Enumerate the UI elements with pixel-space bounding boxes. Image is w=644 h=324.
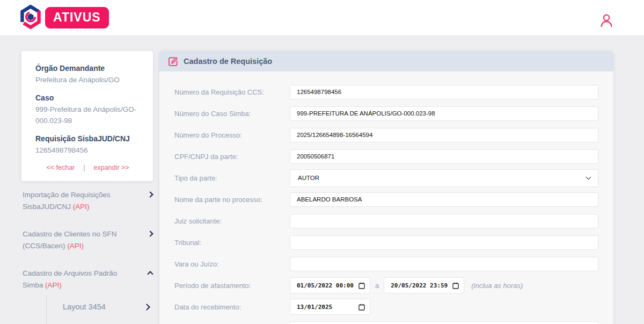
section-title: Requisição SisbaJUD/CNJ xyxy=(35,134,140,143)
form-row: CPF/CNPJ da parte: xyxy=(174,146,598,167)
datetime-value: 01/05/2022 00:00 xyxy=(297,282,354,289)
sidebar-subitem-layout-3454[interactable]: Layout 3454 xyxy=(63,296,156,318)
period-end-datetime-input[interactable]: 20/05/2022 23:59 xyxy=(384,277,464,293)
nome-parte-input[interactable] xyxy=(290,192,598,207)
edit-pencil-icon xyxy=(167,56,179,67)
cpf-cnpj-input[interactable] xyxy=(290,149,598,164)
ativus-hexagon-logo-icon xyxy=(19,4,42,31)
period-hint-text: (inclua as horas) xyxy=(471,282,523,290)
field-label: Tipo da parte: xyxy=(174,174,290,182)
sidebar-item-cadastro-arquivos[interactable]: Cadastro de Arquivos Padrão Simba (API) xyxy=(23,268,156,291)
datetime-value: 20/05/2022 23:59 xyxy=(391,282,448,289)
menu-item-label: Cadastro de Clientes no SFN (CCS/Bacen) … xyxy=(23,228,130,252)
summary-section-caso: Caso 999-Prefeitura de Anápolis/GO-000.0… xyxy=(35,93,140,126)
chevron-down-icon xyxy=(586,174,591,179)
form-row: Tribunal: xyxy=(174,232,598,253)
api-tag: (API) xyxy=(73,203,90,211)
numero-processo-input[interactable] xyxy=(290,128,598,142)
form-row: Nome da parte no processo: xyxy=(174,189,598,210)
period-separator: a xyxy=(375,282,379,290)
panel-header: Cadastro de Requisição xyxy=(159,51,613,71)
submenu-item-label: Layout 3454 xyxy=(63,303,106,311)
sidebar-submenu: Layout 3454 Novo layout xyxy=(46,296,156,324)
field-label: Período de afastamento: xyxy=(174,282,290,290)
card-links: << fechar | expandir >> xyxy=(35,164,140,171)
section-title: Caso xyxy=(35,93,140,102)
case-summary-card: Órgão Demandante Prefeitura de Anápolis/… xyxy=(21,51,153,181)
logo-wordmark: ATIVUS xyxy=(45,7,109,28)
sidebar-menu: Importação de Requisições SisbaJUD/CNJ (… xyxy=(23,189,156,324)
form-row-period: Período de afastamento: 01/05/2022 00:00… xyxy=(174,275,598,296)
calendar-icon[interactable] xyxy=(452,282,459,289)
field-label: Vara ou Juízo: xyxy=(174,260,290,268)
field-label: Número do Caso Simba: xyxy=(174,110,290,118)
form-row-clipped xyxy=(174,318,598,324)
juiz-solicitante-input[interactable] xyxy=(290,214,598,228)
vara-juizo-input[interactable] xyxy=(290,257,598,271)
data-recebimento-input[interactable]: 13/01/2025 xyxy=(290,299,370,315)
top-bar: ATIVUS xyxy=(0,0,644,36)
summary-section-orgao: Órgão Demandante Prefeitura de Anápolis/… xyxy=(35,64,140,85)
field-label: Número da Requisição CCS: xyxy=(174,88,290,96)
api-tag: (API) xyxy=(45,281,62,289)
collapse-link[interactable]: << fechar xyxy=(46,164,75,171)
page-title: Cadastro de Requisição xyxy=(184,57,272,66)
calendar-icon[interactable] xyxy=(358,304,365,311)
chevron-right-icon xyxy=(147,191,153,197)
form-row: Juiz solicitante: xyxy=(174,210,598,232)
form-row-receipt: Data do recebimento: 13/01/2025 xyxy=(174,296,598,318)
form-row: Número do Processo: xyxy=(174,124,598,146)
numero-requisicao-ccs-input[interactable] xyxy=(290,85,598,99)
form-row: Número da Requisição CCS: xyxy=(174,81,598,103)
selected-option: AUTOR xyxy=(298,175,319,181)
numero-caso-simba-input[interactable] xyxy=(290,106,598,121)
field-label: Número do Processo: xyxy=(174,131,290,139)
section-value: 1265498798456 xyxy=(35,145,140,156)
field-label: Tribunal: xyxy=(174,239,290,247)
period-start-datetime-input[interactable]: 01/05/2022 00:00 xyxy=(290,277,370,293)
tipo-da-parte-select[interactable]: AUTOR xyxy=(290,169,598,187)
field-label: Juiz solicitante: xyxy=(174,217,290,225)
date-value: 13/01/2025 xyxy=(297,304,332,311)
requisition-form-panel: Cadastro de Requisição Número da Requisi… xyxy=(159,51,613,324)
calendar-icon[interactable] xyxy=(358,282,365,289)
field-label: Data do recebimento: xyxy=(174,303,290,311)
tribunal-input[interactable] xyxy=(290,235,598,250)
section-value: Prefeitura de Anápolis/GO xyxy=(35,74,140,85)
section-value: 999-Prefeitura de Anápolis/GO-000.023-98 xyxy=(35,104,140,126)
link-divider: | xyxy=(83,164,85,171)
field-label: Nome da parte no processo: xyxy=(174,196,290,204)
menu-item-label: Importação de Requisições SisbaJUD/CNJ (… xyxy=(23,189,130,213)
form-row: Vara ou Juízo: xyxy=(174,253,598,275)
requisition-form: Número da Requisição CCS: Número do Caso… xyxy=(159,71,613,324)
field-label: CPF/CNPJ da parte: xyxy=(174,153,290,161)
user-icon xyxy=(598,21,614,31)
chevron-right-icon xyxy=(147,231,153,236)
expand-link[interactable]: expandir >> xyxy=(94,164,129,171)
sidebar-item-importacao-requisicoes[interactable]: Importação de Requisições SisbaJUD/CNJ (… xyxy=(23,189,156,213)
clipped-input[interactable] xyxy=(290,321,598,324)
summary-section-requisicao: Requisição SisbaJUD/CNJ 1265498798456 xyxy=(35,134,140,156)
chevron-up-icon xyxy=(147,271,153,277)
user-menu-button[interactable] xyxy=(598,13,614,31)
chevron-right-icon xyxy=(143,304,150,311)
sidebar-item-cadastro-clientes[interactable]: Cadastro de Clientes no SFN (CCS/Bacen) … xyxy=(23,228,156,252)
app-logo[interactable]: ATIVUS xyxy=(19,4,109,31)
api-tag: (API) xyxy=(67,242,84,250)
form-row: Número do Caso Simba: xyxy=(174,103,598,124)
form-row: Tipo da parte: AUTOR xyxy=(174,167,598,189)
section-title: Órgão Demandante xyxy=(35,64,140,73)
menu-item-label: Cadastro de Arquivos Padrão Simba (API) xyxy=(23,268,130,291)
